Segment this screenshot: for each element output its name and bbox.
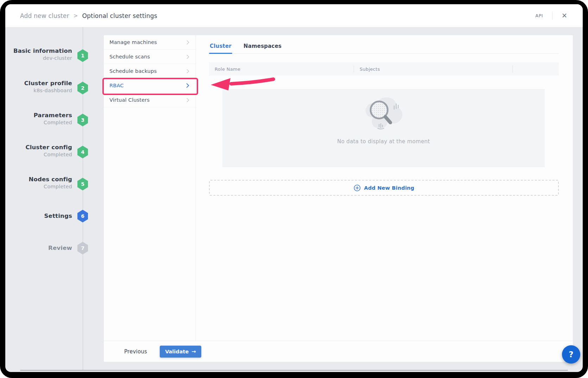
step-review[interactable]: Review <box>5 244 72 252</box>
column-divider <box>512 65 513 73</box>
settings-card: Manage machines Schedule scans Schedule … <box>104 35 573 362</box>
empty-state-message: No data to display at the moment <box>337 138 430 145</box>
arrow-right-icon: → <box>191 348 196 355</box>
add-new-binding-label: Add New Binding <box>364 185 415 191</box>
step-nodes-config[interactable]: Nodes config Completed <box>5 176 72 191</box>
step-sublabel: dev-cluster <box>5 55 72 62</box>
step-badge-5[interactable]: 5 <box>77 178 88 190</box>
card-footer: Previous Validate → <box>104 341 573 362</box>
step-sublabel: Completed <box>5 119 72 127</box>
menu-item-label: Schedule scans <box>109 54 150 59</box>
header-actions: API ✕ <box>536 12 568 20</box>
step-cluster-profile[interactable]: Cluster profile k8s-dashboard <box>5 80 72 95</box>
breadcrumb-parent[interactable]: Add new cluster <box>20 12 69 19</box>
menu-item-label: Virtual Clusters <box>109 97 150 103</box>
chevron-right-icon <box>186 55 189 59</box>
column-header-role-name: Role Name <box>209 67 354 72</box>
tab-namespaces[interactable]: Namespaces <box>243 39 282 53</box>
step-label: Parameters <box>5 112 72 119</box>
api-button[interactable]: API <box>536 13 543 18</box>
menu-item-rbac[interactable]: RBAC <box>104 78 196 93</box>
breadcrumb: Add new cluster > Optional cluster setti… <box>20 12 157 19</box>
step-badge-4[interactable]: 4 <box>77 146 88 158</box>
step-label: Cluster config <box>5 144 72 151</box>
column-header-subjects: Subjects <box>354 67 512 72</box>
menu-item-schedule-scans[interactable]: Schedule scans <box>104 50 196 64</box>
add-cluster-modal: Add new cluster > Optional cluster setti… <box>5 4 583 372</box>
add-new-binding-button[interactable]: Add New Binding <box>209 180 559 196</box>
help-button[interactable]: ? <box>562 345 580 364</box>
menu-item-label: RBAC <box>109 83 124 88</box>
step-badge-7[interactable]: 7 <box>77 242 88 254</box>
screenshot-canvas: Add new cluster > Optional cluster setti… <box>0 0 588 378</box>
step-badge-6[interactable]: 6 <box>77 210 88 222</box>
menu-item-label: Schedule backups <box>109 68 157 74</box>
step-badge-1[interactable]: 1 <box>77 49 88 62</box>
menu-item-label: Manage machines <box>109 39 157 45</box>
step-badge-2[interactable]: 2 <box>77 82 88 94</box>
validate-label: Validate <box>165 349 189 354</box>
window-bottom-edge <box>20 370 568 371</box>
step-badge-3[interactable]: 3 <box>77 114 88 126</box>
empty-state-panel: No data to display at the moment <box>222 89 545 167</box>
menu-item-virtual-clusters[interactable]: Virtual Clusters <box>104 93 196 107</box>
step-label: Basic information <box>5 47 72 55</box>
step-label: Cluster profile <box>5 80 72 87</box>
rbac-tabbar: Cluster Namespaces <box>209 39 559 54</box>
plus-circle-icon <box>354 184 361 191</box>
magnifier-empty-icon <box>361 95 406 135</box>
header-divider <box>552 12 552 20</box>
menu-item-manage-machines[interactable]: Manage machines <box>104 35 196 50</box>
step-sublabel: k8s-dashboard <box>5 87 72 95</box>
step-sublabel: Completed <box>5 151 72 159</box>
chevron-right-icon <box>186 69 189 74</box>
step-basic-information[interactable]: Basic information dev-cluster <box>5 47 72 62</box>
modal-header: Add new cluster > Optional cluster setti… <box>5 4 583 27</box>
step-label: Settings <box>5 212 72 220</box>
menu-item-schedule-backups[interactable]: Schedule backups <box>104 64 196 78</box>
chevron-right-icon <box>186 98 189 102</box>
validate-button[interactable]: Validate → <box>160 346 201 358</box>
step-label: Nodes config <box>5 176 72 183</box>
previous-button[interactable]: Previous <box>124 348 147 355</box>
page-title: Optional cluster settings <box>82 12 157 19</box>
stepper-connector-line <box>83 27 83 371</box>
step-cluster-config[interactable]: Cluster config Completed <box>5 144 72 159</box>
chevron-right-icon <box>186 83 189 88</box>
close-icon[interactable]: ✕ <box>562 12 567 19</box>
settings-menu: Manage machines Schedule scans Schedule … <box>104 35 196 341</box>
breadcrumb-separator: > <box>74 13 78 19</box>
step-sublabel: Completed <box>5 183 72 191</box>
chevron-right-icon <box>186 40 189 45</box>
step-label: Review <box>5 244 72 252</box>
step-settings[interactable]: Settings <box>5 212 72 220</box>
bindings-table-header: Role Name Subjects <box>209 62 559 76</box>
step-parameters[interactable]: Parameters Completed <box>5 112 72 127</box>
tab-cluster[interactable]: Cluster <box>209 39 232 53</box>
